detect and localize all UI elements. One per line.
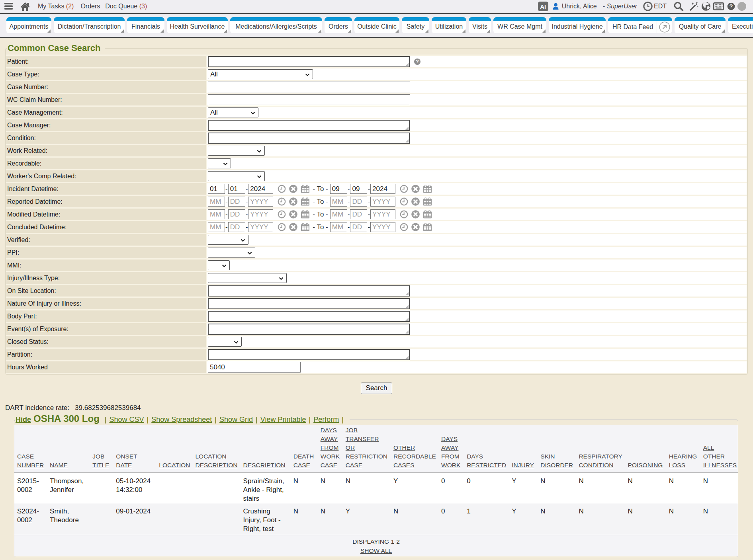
svg-text:?: ? <box>730 3 733 10</box>
